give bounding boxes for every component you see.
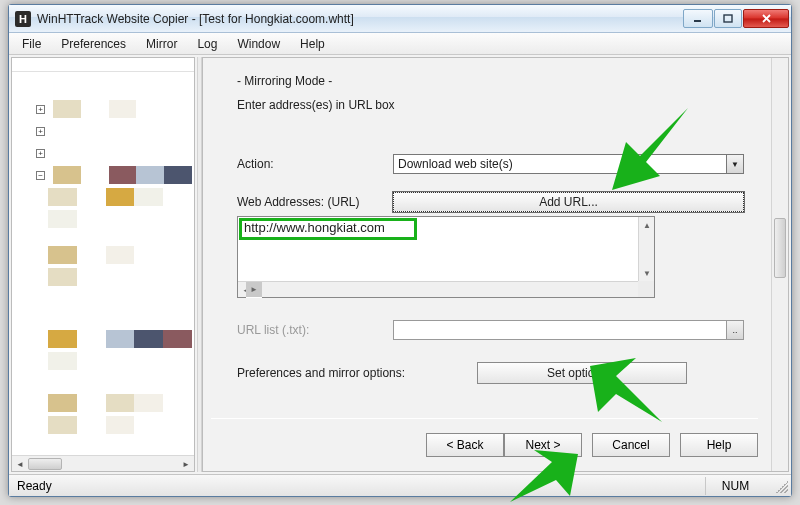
tree-row[interactable]: [44, 208, 192, 230]
resize-grip-icon[interactable]: [776, 481, 788, 493]
menu-window[interactable]: Window: [228, 35, 289, 53]
back-button-label: < Back: [446, 438, 483, 452]
textarea-vscrollbar[interactable]: ▲ ▼: [638, 217, 654, 281]
minimize-button[interactable]: [683, 9, 713, 28]
separator: [211, 418, 758, 419]
chevron-down-icon[interactable]: ▼: [726, 155, 743, 173]
tree-row[interactable]: [44, 266, 192, 288]
scroll-thumb[interactable]: [774, 218, 786, 278]
scroll-corner: [638, 281, 654, 297]
cancel-button-label: Cancel: [612, 438, 649, 452]
main-vscrollbar[interactable]: [771, 58, 788, 471]
menu-preferences[interactable]: Preferences: [52, 35, 135, 53]
tree-header: [12, 58, 194, 72]
tree-row[interactable]: [44, 350, 192, 372]
action-dropdown-value: Download web site(s): [398, 157, 513, 171]
sidebar-panel: + + + −: [11, 57, 195, 472]
url-textarea-value: http://www.hongkiat.com: [241, 219, 388, 236]
maximize-button[interactable]: [714, 9, 742, 28]
body-area: + + + −: [9, 55, 791, 474]
scroll-up-icon[interactable]: ▲: [639, 217, 655, 233]
menu-file[interactable]: File: [13, 35, 50, 53]
svg-rect-1: [724, 15, 732, 22]
tree-row[interactable]: [44, 186, 192, 208]
window-controls: [682, 9, 789, 28]
statusbar: Ready NUM: [9, 474, 791, 496]
tree-row[interactable]: [44, 306, 192, 328]
url-list-label: URL list (.txt):: [237, 323, 393, 337]
collapse-icon[interactable]: −: [36, 171, 45, 180]
wizard-form: - Mirroring Mode - Enter address(es) in …: [237, 74, 744, 384]
tree-view[interactable]: + + + −: [12, 72, 194, 455]
titlebar: H WinHTTrack Website Copier - [Test for …: [9, 5, 791, 33]
tree-row[interactable]: +: [18, 120, 192, 142]
app-window: H WinHTTrack Website Copier - [Test for …: [8, 4, 792, 497]
scroll-thumb[interactable]: [28, 458, 62, 470]
expand-icon[interactable]: +: [36, 105, 45, 114]
app-icon: H: [15, 11, 31, 27]
menubar: File Preferences Mirror Log Window Help: [9, 33, 791, 55]
textarea-hscrollbar[interactable]: ◄ ►: [238, 281, 654, 297]
set-options-button[interactable]: Set options...: [477, 362, 687, 384]
expand-icon[interactable]: +: [36, 149, 45, 158]
web-addresses-label: Web Addresses: (URL): [237, 195, 393, 209]
wizard-buttons: < Back Next > Cancel Help: [426, 433, 758, 457]
tree-row[interactable]: [44, 244, 192, 266]
menu-mirror[interactable]: Mirror: [137, 35, 186, 53]
tree-row[interactable]: +: [18, 142, 192, 164]
tree-row[interactable]: +: [18, 98, 192, 120]
tree-row[interactable]: [44, 392, 192, 414]
help-button-label: Help: [707, 438, 732, 452]
enter-addresses-label: Enter address(es) in URL box: [237, 98, 744, 112]
next-button-label: Next >: [525, 438, 560, 452]
tree-row[interactable]: [44, 328, 192, 350]
preferences-label: Preferences and mirror options:: [237, 366, 477, 380]
tree-row[interactable]: −: [18, 164, 192, 186]
browse-button[interactable]: ..: [726, 321, 743, 339]
action-label: Action:: [237, 157, 393, 171]
action-dropdown[interactable]: Download web site(s) ▼: [393, 154, 744, 174]
tree-row[interactable]: [18, 76, 192, 98]
status-ready: Ready: [13, 479, 705, 493]
expand-icon[interactable]: +: [36, 127, 45, 136]
scroll-down-icon[interactable]: ▼: [639, 265, 655, 281]
status-num: NUM: [705, 477, 765, 495]
main-panel: - Mirroring Mode - Enter address(es) in …: [202, 57, 789, 472]
help-button[interactable]: Help: [680, 433, 758, 457]
url-list-file-input[interactable]: ..: [393, 320, 744, 340]
add-url-button[interactable]: Add URL...: [393, 192, 744, 212]
url-textarea[interactable]: http://www.hongkiat.com ▲ ▼ ◄ ►: [237, 216, 655, 298]
close-button[interactable]: [743, 9, 789, 28]
tree-row[interactable]: [44, 414, 192, 436]
back-button[interactable]: < Back: [426, 433, 504, 457]
menu-log[interactable]: Log: [188, 35, 226, 53]
mirroring-mode-label: - Mirroring Mode -: [237, 74, 744, 88]
scroll-right-icon[interactable]: ►: [178, 456, 194, 472]
sidebar-hscrollbar[interactable]: ◄ ►: [12, 455, 194, 471]
scroll-left-icon[interactable]: ◄: [12, 456, 28, 472]
scroll-right-icon[interactable]: ►: [246, 282, 262, 298]
next-button[interactable]: Next >: [504, 433, 582, 457]
add-url-button-label: Add URL...: [539, 195, 598, 209]
set-options-button-label: Set options...: [547, 366, 617, 380]
window-title: WinHTTrack Website Copier - [Test for Ho…: [37, 12, 682, 26]
cancel-button[interactable]: Cancel: [592, 433, 670, 457]
menu-help[interactable]: Help: [291, 35, 334, 53]
